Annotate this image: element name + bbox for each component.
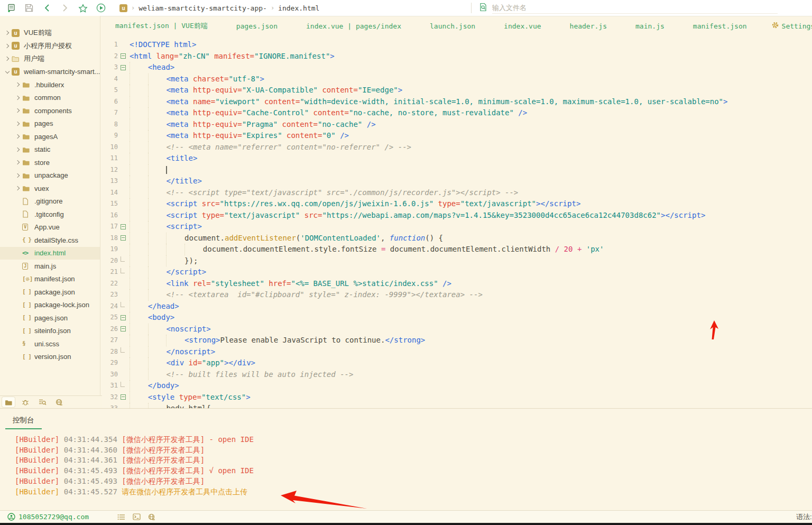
tab-manifest.json[interactable]: manifest.json: [679, 22, 761, 30]
tree-item-用户端[interactable]: 用户端: [0, 52, 100, 66]
syntax-status[interactable]: 语法:: [796, 512, 812, 522]
hbuilderx-window: u › weliam-smartcity-smartcity-app- › in…: [0, 0, 812, 525]
fold-toggle-icon[interactable]: [121, 326, 126, 331]
tree-item-uni.scss[interactable]: §uni.scss: [0, 337, 100, 351]
tree-item-unpackage[interactable]: unpackage: [0, 169, 100, 182]
code-text: <meta charset="utf-8">: [130, 73, 264, 85]
line-number: 10: [101, 142, 121, 153]
tree-item-detailStyle.css[interactable]: { }detailStyle.css: [0, 234, 100, 247]
folder-open-icon: [12, 56, 22, 62]
tree-item-package-lock.json[interactable]: [ ]package-lock.json: [0, 299, 100, 312]
tab-index.vue | pages/index[interactable]: index.vue | pages/index: [292, 22, 416, 30]
tree-item-siteinfo.json[interactable]: [ ]siteinfo.json: [0, 325, 100, 338]
tree-item-label: unpackage: [34, 171, 68, 179]
tab-settings[interactable]: Settings.json: [761, 22, 812, 30]
tree-item-.gitignore[interactable]: .gitignore: [0, 195, 100, 208]
tab-manifest.json | VUE前端[interactable]: manifest.json | VUE前端: [101, 21, 222, 31]
chevron-right-icon[interactable]: [14, 174, 22, 177]
fold-toggle-icon[interactable]: [121, 65, 126, 70]
account-button[interactable]: 1085052729@qq.com: [7, 513, 89, 521]
fold-toggle-icon[interactable]: [121, 235, 126, 241]
chevron-right-icon[interactable]: [3, 44, 12, 48]
tab-main.js[interactable]: main.js: [621, 22, 679, 30]
chevron-right-icon[interactable]: [14, 96, 22, 99]
tree-item-label: version.json: [34, 353, 71, 361]
terminal-icon[interactable]: [132, 513, 141, 521]
chevron-right-icon[interactable]: [14, 148, 22, 151]
chevron-right-icon[interactable]: [14, 135, 22, 138]
new-project-icon[interactable]: [2, 1, 20, 15]
star-icon[interactable]: [74, 1, 92, 15]
gear-icon: [772, 22, 779, 30]
line-number: 3: [101, 62, 121, 73]
search-input[interactable]: [492, 2, 778, 14]
code-text: <link rel="stylesheet" href="<%= BASE_UR…: [130, 278, 451, 290]
tree-item-package.json[interactable]: [ ]package.json: [0, 285, 100, 299]
chevron-right-icon[interactable]: [3, 31, 12, 34]
chevron-right-icon[interactable]: [14, 187, 22, 190]
tree-item-label: weliam-smartcity-smart...: [24, 68, 100, 76]
json-icon: [ ]: [22, 315, 33, 321]
fold-toggle-icon[interactable]: [121, 315, 126, 320]
line-number: 14: [101, 187, 121, 199]
tree-item-static[interactable]: static: [0, 143, 100, 156]
tree-item-App.vue[interactable]: VApp.vue: [0, 221, 100, 234]
files-icon[interactable]: [2, 397, 15, 407]
console-log-line: [HBuilder] 04:31:45.493 [微信小程序开发者工具]: [15, 476, 812, 487]
forward-icon[interactable]: [56, 1, 74, 15]
chevron-right-icon[interactable]: [14, 122, 22, 125]
search-file-icon[interactable]: [479, 3, 488, 14]
tree-item-小程序用户授权[interactable]: u小程序用户授权: [0, 40, 100, 53]
file-tree: uVUE前端u小程序用户授权用户端uweliam-smartcity-smart…: [0, 16, 100, 393]
tree-item-index.html[interactable]: <>index.html: [0, 247, 100, 260]
code-editor[interactable]: 1<!DOCTYPE html>2<html lang="zh-CN" mani…: [101, 36, 812, 411]
code-line: 17<script>: [101, 221, 812, 233]
console-log-line: [HBuilder] 04:31:44.354 [微信小程序开发者工具] - o…: [15, 435, 812, 445]
line-number: 1: [101, 39, 121, 51]
code-text: <body>: [130, 312, 174, 324]
tree-item-.tgitconfig[interactable]: .tgitconfig: [0, 208, 100, 221]
breadcrumb-file[interactable]: index.html: [278, 4, 319, 12]
code-text: </title>: [130, 176, 202, 187]
search-list-icon[interactable]: [36, 397, 49, 407]
run-icon[interactable]: [92, 1, 110, 15]
tree-item-pages[interactable]: pages: [0, 117, 100, 131]
tree-item-label: .gitignore: [34, 197, 62, 205]
tree-item-version.json[interactable]: [ ]version.json: [0, 351, 100, 364]
fold-toggle-icon[interactable]: [121, 53, 126, 59]
line-number: 13: [101, 176, 121, 187]
tree-item-pages.json[interactable]: [ ]pages.json: [0, 311, 100, 325]
tree-item-pagesA[interactable]: pagesA: [0, 130, 100, 143]
chevron-down-icon[interactable]: [3, 71, 12, 73]
cloud-icon[interactable]: [147, 513, 156, 521]
tree-item-components[interactable]: components: [0, 104, 100, 117]
list-icon[interactable]: [116, 513, 126, 521]
tree-item-weliam-smartcity-smart...[interactable]: uweliam-smartcity-smart...: [0, 66, 100, 79]
chevron-right-icon[interactable]: [14, 161, 22, 164]
debug-icon[interactable]: [19, 397, 32, 407]
cloud-icon[interactable]: [53, 397, 66, 407]
chevron-right-icon[interactable]: [3, 57, 12, 60]
tab-header.js[interactable]: header.js: [556, 22, 621, 30]
breadcrumb-project[interactable]: weliam-smartcity-smartcity-app-: [139, 4, 267, 12]
save-icon[interactable]: [20, 1, 38, 15]
fold-toggle-icon[interactable]: [121, 224, 126, 229]
tab-pages.json[interactable]: pages.json: [222, 22, 292, 30]
chevron-right-icon[interactable]: [14, 109, 22, 112]
code-text: <!-- built files will be auto injected -…: [130, 369, 353, 381]
tree-item-store[interactable]: store: [0, 156, 100, 169]
tree-item-manifest.json[interactable]: []manifest.json: [0, 273, 100, 286]
back-icon[interactable]: [38, 1, 56, 15]
tab-index.vue[interactable]: index.vue: [490, 22, 555, 30]
tab-launch.json[interactable]: launch.json: [416, 22, 490, 30]
code-line: 12: [101, 164, 812, 176]
tree-item-main.js[interactable]: Jmain.js: [0, 260, 100, 273]
tree-item-VUE前端[interactable]: uVUE前端: [0, 26, 100, 40]
chevron-right-icon[interactable]: [14, 83, 22, 86]
tree-item-common[interactable]: common: [0, 91, 100, 105]
tree-item-.hbuilderx[interactable]: .hbuilderx: [0, 78, 100, 91]
tree-item-vuex[interactable]: vuex: [0, 182, 100, 195]
line-number: 6: [101, 96, 121, 108]
fold-toggle-icon[interactable]: [121, 394, 126, 400]
tab-console[interactable]: 控制台: [5, 415, 42, 429]
